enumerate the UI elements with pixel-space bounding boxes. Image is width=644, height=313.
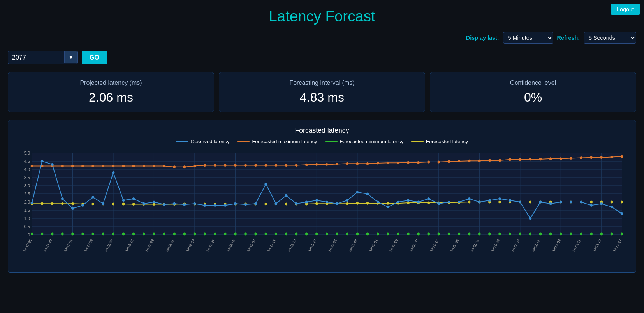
svg-point-131 [71,233,74,235]
refresh-label: Refresh: [557,35,580,41]
svg-point-104 [397,162,399,164]
svg-point-136 [122,233,125,235]
svg-point-142 [183,233,186,235]
svg-point-273 [315,199,318,202]
svg-point-280 [387,206,389,208]
svg-point-271 [295,202,297,205]
svg-point-111 [468,160,470,162]
svg-text:14:50:31: 14:50:31 [470,239,480,252]
svg-point-194 [112,203,114,205]
svg-text:14:51:03: 14:51:03 [551,239,561,252]
metric-card-forecasting-interval: Forcasting interval (ms) 4.83 ms [219,72,425,112]
svg-point-159 [356,233,359,235]
legend-label-forecast-min: Forecasted minimum latency [340,139,404,144]
top-right-controls: Logout [611,4,640,15]
svg-point-174 [509,233,511,235]
svg-point-292 [509,199,511,202]
display-last-select[interactable]: 1 Minute 5 Minutes 15 Minutes 30 Minutes… [503,32,553,44]
svg-point-153 [295,233,297,235]
svg-point-270 [285,194,287,197]
svg-point-263 [214,204,216,206]
svg-text:14:49:43: 14:49:43 [348,239,358,252]
svg-point-259 [173,202,176,205]
svg-text:14:49:19: 14:49:19 [287,239,297,252]
svg-text:5.0: 5.0 [24,151,30,155]
svg-text:14:48:15: 14:48:15 [124,239,134,252]
svg-text:14:49:11: 14:49:11 [266,239,276,252]
svg-point-258 [163,203,165,206]
svg-point-289 [478,201,480,203]
svg-text:14:48:39: 14:48:39 [185,239,195,252]
svg-point-246 [41,160,43,162]
svg-text:14:47:43: 14:47:43 [43,239,53,252]
svg-point-178 [549,233,552,235]
svg-point-268 [265,183,267,185]
svg-point-180 [570,233,572,235]
legend-forecast-min: Forecasted minimum latency [325,139,404,144]
legend-label-forecast-latency: Forecasted latency [426,139,468,144]
svg-point-133 [92,233,94,235]
svg-text:14:48:07: 14:48:07 [104,239,114,252]
svg-text:2.5: 2.5 [24,192,30,196]
svg-text:14:48:47: 14:48:47 [206,239,216,252]
metric-title-1: Forcasting interval (ms) [227,79,417,86]
svg-text:14:50:47: 14:50:47 [510,239,521,252]
svg-point-276 [346,199,348,202]
svg-point-252 [102,202,104,205]
svg-point-253 [112,171,114,174]
svg-point-298 [570,201,572,203]
svg-point-141 [173,233,176,235]
svg-text:14:50:55: 14:50:55 [531,239,541,252]
svg-point-148 [245,233,247,235]
svg-point-254 [122,199,125,202]
svg-point-221 [387,202,389,204]
svg-point-170 [468,233,470,235]
svg-point-165 [417,233,420,235]
svg-point-152 [285,233,287,235]
svg-point-217 [346,202,348,205]
metric-card-confidence-level: Confidence level 0% [430,72,636,112]
svg-text:4.5: 4.5 [24,159,30,164]
svg-point-278 [366,193,369,195]
svg-point-107 [428,161,430,163]
svg-point-157 [336,233,338,235]
svg-point-82 [173,166,176,168]
port-selector[interactable]: 2077 ▼ [8,51,78,64]
svg-text:0.5: 0.5 [24,224,30,229]
metrics-row: Projected latency (ms) 2.06 ms Forcastin… [0,68,644,116]
svg-point-260 [183,203,186,206]
svg-point-291 [499,198,501,200]
svg-point-146 [224,233,226,235]
legend-forecast-max: Forecasted maximum latency [237,139,317,144]
refresh-select[interactable]: 1 Second 5 Seconds 10 Seconds 30 Seconds [584,32,636,44]
svg-point-121 [570,157,572,159]
svg-point-281 [397,201,399,203]
svg-point-72 [71,165,74,167]
svg-point-109 [448,160,450,163]
svg-point-262 [204,204,206,206]
go-button[interactable]: GO [82,51,107,64]
svg-point-261 [194,202,196,205]
svg-point-86 [214,164,216,167]
port-select[interactable]: 2077 [8,51,64,64]
svg-point-168 [448,233,450,235]
svg-point-176 [529,233,531,235]
svg-point-218 [356,202,359,204]
svg-point-232 [499,201,501,203]
svg-point-297 [560,201,562,203]
svg-point-175 [519,233,521,235]
svg-point-183 [600,233,603,235]
logout-button[interactable]: Logout [611,4,640,15]
svg-point-265 [234,202,236,205]
port-dropdown-button[interactable]: ▼ [64,51,77,63]
svg-point-177 [539,233,542,235]
svg-point-115 [509,158,511,161]
svg-text:14:49:35: 14:49:35 [327,239,338,252]
svg-point-78 [132,165,135,167]
page-title: Latency Forcast [0,8,644,25]
svg-point-282 [407,199,409,202]
svg-point-245 [31,202,33,204]
svg-point-88 [234,164,236,167]
svg-point-147 [234,233,236,235]
svg-point-158 [346,233,348,235]
